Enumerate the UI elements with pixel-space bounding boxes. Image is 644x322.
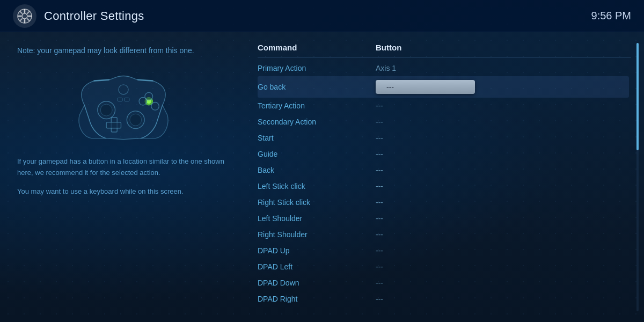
gamepad-illustration [17, 65, 230, 145]
clock-display: 9:56 PM [591, 10, 631, 22]
button-value: --- [376, 198, 629, 207]
svg-rect-22 [125, 98, 129, 101]
scrollbar-thumb[interactable] [636, 43, 639, 150]
button-value: --- [376, 246, 629, 255]
right-panel: Command Button Primary ActionAxis 1Go ba… [247, 32, 631, 322]
command-label[interactable]: DPAD Left [258, 262, 376, 271]
info-paragraph-2: You may want to use a keyboard while on … [17, 186, 230, 197]
command-label[interactable]: Back [258, 166, 376, 174]
table-row[interactable]: Right Stick click--- [258, 194, 629, 210]
table-row[interactable]: Left Shoulder--- [258, 210, 629, 226]
page-title: Controller Settings [44, 9, 144, 23]
info-text: If your gamepad has a button in a locati… [17, 156, 230, 197]
table-row[interactable]: Go back--- [258, 76, 629, 98]
table-row[interactable]: Guide--- [258, 146, 629, 162]
command-label[interactable]: Right Stick click [258, 198, 376, 207]
command-label[interactable]: Secondary Action [258, 118, 376, 126]
button-value: --- [376, 311, 629, 311]
table-row[interactable]: DPAD Right--- [258, 291, 629, 307]
svg-point-11 [100, 104, 112, 116]
table-header: Command Button [258, 43, 631, 58]
command-label[interactable]: Left Stick click [258, 182, 376, 191]
command-label[interactable]: Right Shoulder [258, 230, 376, 239]
table-row[interactable]: Left Stick click--- [258, 178, 629, 194]
svg-point-20 [139, 97, 147, 105]
column-command-header: Command [258, 43, 376, 52]
table-row[interactable]: Start--- [258, 130, 629, 146]
table-row[interactable]: DPAD Up--- [258, 243, 629, 259]
command-label[interactable]: Guide [258, 150, 376, 158]
command-label[interactable]: DPAD Up [258, 246, 376, 255]
button-value: --- [376, 182, 629, 191]
table-row[interactable]: Primary ActionAxis 1 [258, 60, 629, 76]
button-value: --- [376, 279, 629, 287]
command-label[interactable]: Left Shoulder [258, 214, 376, 223]
button-value: --- [376, 262, 629, 271]
table-row[interactable]: DPAD Down--- [258, 275, 629, 291]
command-label[interactable]: Start [258, 134, 376, 142]
left-panel: Note: your gamepad may look different fr… [0, 32, 247, 322]
table-row[interactable]: DPAD Left--- [258, 259, 629, 275]
svg-point-13 [130, 114, 142, 126]
column-button-header: Button [376, 43, 631, 52]
main-content: Note: your gamepad may look different fr… [0, 32, 644, 322]
svg-point-18 [151, 103, 159, 111]
table-row[interactable]: Left Stick X--- [258, 307, 629, 311]
info-paragraph-1: If your gamepad has a button in a locati… [17, 156, 230, 179]
scrollbar[interactable] [631, 32, 644, 322]
button-value: --- [376, 118, 629, 126]
command-label[interactable]: Primary Action [258, 64, 376, 72]
command-label[interactable]: Tertiary Action [258, 101, 376, 110]
table-row[interactable]: Right Shoulder--- [258, 226, 629, 243]
button-value: --- [376, 80, 629, 94]
scrollbar-track [636, 43, 639, 311]
button-value: Axis 1 [376, 64, 629, 72]
command-label[interactable]: DPAD Right [258, 295, 376, 303]
gamepad-note: Note: your gamepad may look different fr… [17, 45, 230, 56]
header: Controller Settings 9:56 PM [0, 0, 644, 32]
header-left: Controller Settings [13, 4, 144, 28]
svg-point-23 [119, 85, 128, 94]
selected-button-box: --- [376, 80, 475, 94]
table-body: Primary ActionAxis 1Go back---Tertiary A… [258, 60, 631, 311]
table-row[interactable]: Back--- [258, 162, 629, 178]
button-value: --- [376, 134, 629, 142]
button-value: --- [376, 295, 629, 303]
button-value: --- [376, 101, 629, 110]
button-value: --- [376, 166, 629, 174]
command-label[interactable]: DPAD Down [258, 279, 376, 287]
button-value: --- [376, 150, 629, 158]
svg-rect-15 [106, 122, 121, 128]
steam-logo-icon [13, 4, 36, 28]
command-label[interactable]: Left Stick X [258, 311, 376, 311]
svg-rect-21 [118, 98, 122, 101]
table-row[interactable]: Tertiary Action--- [258, 98, 629, 114]
table-row[interactable]: Secondary Action--- [258, 114, 629, 130]
button-value: --- [376, 230, 629, 239]
button-value: --- [376, 214, 629, 223]
command-label[interactable]: Go back [258, 83, 376, 91]
